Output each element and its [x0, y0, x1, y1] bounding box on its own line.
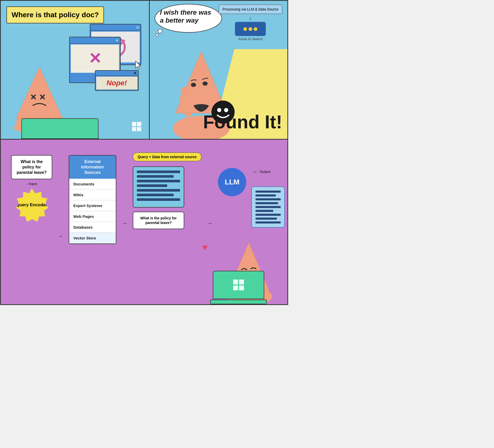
nope-text: Nope!: [107, 79, 127, 87]
input-text: Input: [29, 182, 37, 186]
nope-window: ✕ Nope!: [95, 70, 139, 91]
output-line-2: [255, 194, 276, 196]
laptop-bottom: [210, 271, 267, 304]
source-item-web-pages: Web Pages: [69, 211, 116, 222]
x-mark-icon: ✕: [89, 51, 101, 66]
flow-left: What is the policy for parental leave? ↓…: [11, 155, 52, 222]
found-it-text: Found It!: [203, 113, 282, 131]
svg-point-10: [156, 34, 158, 36]
window-close-2[interactable]: ✕: [116, 38, 119, 42]
external-sources-header: External Information Sources: [69, 156, 116, 179]
azure-dot-2: [249, 27, 252, 31]
arrow-to-middle: →: [121, 220, 128, 227]
output-label: Output: [260, 170, 271, 174]
query-small-text: What is the policy for parental leave?: [140, 216, 177, 225]
azure-processing-label: Processing via LLM & Data Source: [223, 7, 278, 11]
flow-middle: Query + Data from external source What i…: [133, 153, 201, 229]
bottom-panel: What is the policy for parental leave? ↓…: [1, 140, 287, 304]
windows-logo-left: [132, 122, 141, 131]
panel-left: Where is that policy doc?: [1, 1, 150, 139]
azure-dot-3: [254, 27, 257, 31]
right-arrow-icon-2: →: [121, 220, 128, 227]
arrow-to-sources: →: [57, 232, 64, 240]
output-line-7: [255, 214, 281, 216]
data-line-1: [137, 171, 180, 173]
right-arrow-icon-4: →: [251, 168, 258, 175]
right-arrow-icon-3: →: [207, 220, 213, 227]
output-document: [251, 186, 285, 228]
data-line-3: [137, 180, 180, 182]
input-label: ↓ Input: [26, 182, 37, 186]
azure-arrow-icon: ↓: [249, 15, 252, 21]
data-line-2: [137, 175, 174, 178]
query-encoder-label: Query Encoder: [16, 202, 47, 208]
azure-processing-box: Processing via LLM & Data Source: [219, 5, 282, 14]
llm-label: LLM: [225, 178, 240, 186]
svg-marker-7: [136, 61, 140, 69]
speech-text: Where is that policy doc?: [12, 11, 99, 19]
arrow-to-llm: →: [207, 220, 213, 227]
source-item-vector-store[interactable]: Vector Store: [69, 233, 116, 244]
output-line-1: [255, 191, 281, 193]
question-box-top: What is the policy for parental leave?: [11, 155, 52, 179]
window-close-3[interactable]: ✕: [133, 71, 137, 76]
source-item-documents: Documents: [69, 179, 116, 190]
right-arrow-icon-1: →: [57, 232, 64, 239]
panel-right: I wish there was a better way Processing…: [150, 1, 288, 139]
svg-point-15: [202, 82, 208, 86]
thought-bubble: I wish there was a better way: [155, 5, 222, 28]
comic-container: Where is that policy doc?: [0, 0, 288, 305]
source-item-wikis: Wikis: [69, 190, 116, 200]
svg-point-9: [158, 29, 162, 33]
thought-text: I wish there was a better way: [160, 8, 217, 24]
data-line-7: [137, 198, 180, 201]
azure-box: Processing via LLM & Data Source ↓ Azure…: [219, 5, 282, 41]
arrow-down-icon: ↓: [26, 182, 28, 186]
output-line-4: [255, 202, 278, 204]
external-sources-items: Documents Wikis Expert Systems Web Pages…: [69, 179, 116, 244]
data-line-5: [137, 189, 180, 192]
source-item-expert-systems: Expert Systems: [69, 200, 116, 211]
query-data-label: Query + Data from external source: [133, 153, 201, 161]
query-encoder: Query Encoder: [15, 188, 48, 222]
external-sources: External Information Sources Documents W…: [69, 155, 116, 244]
data-line-6: [137, 194, 174, 196]
output-line-9: [255, 221, 281, 223]
output-line-8: [255, 218, 277, 220]
question-text-top: What is the policy for parental leave?: [17, 159, 47, 175]
output-section: → Output: [251, 168, 285, 228]
data-line-4: [137, 184, 167, 187]
data-document: [133, 166, 184, 208]
error-windows: ✕ ✕ ✕ ✕: [69, 24, 141, 91]
azure-search-icon: [235, 22, 266, 36]
source-item-databases: Databases: [69, 222, 116, 233]
heart-icon: ♥: [202, 242, 208, 253]
svg-marker-2: [16, 67, 63, 118]
azure-dot-1: [243, 27, 247, 31]
llm-circle: LLM: [218, 168, 246, 196]
top-row: Where is that policy doc?: [1, 1, 287, 140]
output-row: → Output: [251, 168, 271, 175]
output-line-5: [255, 206, 281, 208]
speech-box-left: Where is that policy doc?: [6, 6, 104, 23]
output-line-6: [255, 210, 273, 212]
azure-label: Azure AI Search: [238, 37, 262, 41]
svg-point-14: [191, 83, 196, 87]
cursor-icon: [135, 60, 143, 71]
query-small-box: What is the policy for parental leave?: [133, 212, 184, 229]
output-line-3: [255, 198, 281, 200]
found-it-label: Found It!: [203, 112, 282, 132]
window-close-1[interactable]: ✕: [136, 25, 139, 30]
